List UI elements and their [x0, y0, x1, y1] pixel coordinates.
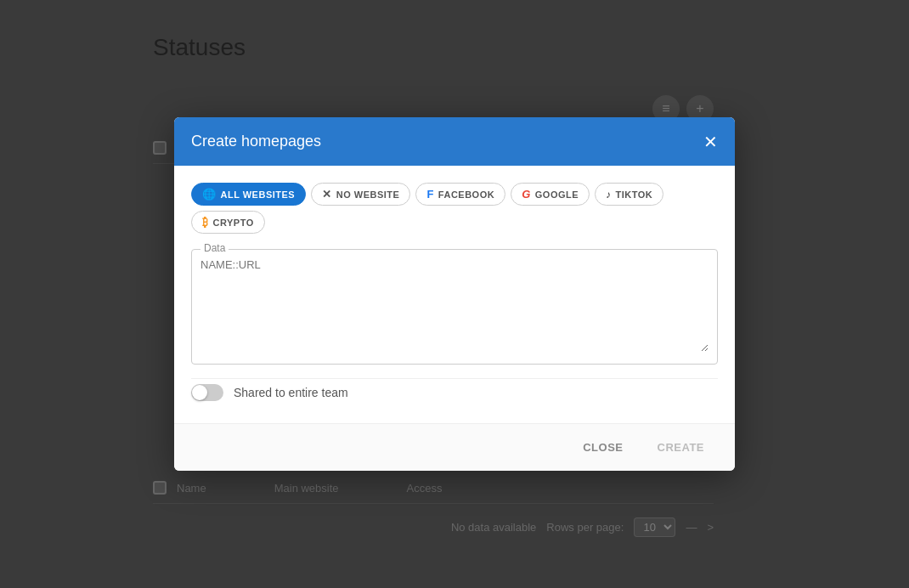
data-field-wrapper: Data — [191, 249, 718, 365]
toggle-label: Shared to entire team — [234, 386, 348, 399]
x-icon: ✕ — [322, 188, 332, 201]
tab-no-website-label: NO WEBSITE — [336, 189, 400, 200]
tab-tiktok[interactable]: ♪ TIKTOK — [595, 183, 663, 206]
tab-crypto-label: CRYPTO — [213, 218, 254, 228]
tab-all-websites-label: ALL WEBSITES — [221, 189, 296, 200]
tab-facebook-label: FACEBOOK — [438, 189, 494, 200]
modal-header: Create homepages ✕ — [174, 117, 735, 166]
data-field-label: Data — [200, 242, 229, 254]
tab-all-websites[interactable]: 🌐 ALL WEBSITES — [191, 183, 306, 206]
facebook-icon: f — [426, 188, 433, 201]
close-button[interactable]: CLOSE — [569, 434, 636, 461]
website-tabs: 🌐 ALL WEBSITES ✕ NO WEBSITE f FACEBOOK G… — [191, 183, 718, 234]
modal-overlay: Create homepages ✕ 🌐 ALL WEBSITES ✕ NO W… — [0, 0, 909, 588]
data-textarea[interactable] — [200, 258, 709, 352]
shared-toggle[interactable] — [191, 384, 223, 401]
modal-title: Create homepages — [191, 133, 321, 150]
bitcoin-icon: ₿ — [202, 216, 209, 229]
modal-footer: CLOSE CREATE — [174, 423, 735, 471]
globe-icon: 🌐 — [202, 188, 217, 201]
tab-tiktok-label: TIKTOK — [616, 189, 653, 200]
create-button[interactable]: CREATE — [644, 434, 718, 461]
tiktok-icon: ♪ — [606, 189, 612, 201]
modal-body: 🌐 ALL WEBSITES ✕ NO WEBSITE f FACEBOOK G… — [174, 166, 735, 423]
google-icon: G — [522, 188, 531, 201]
modal-close-x-button[interactable]: ✕ — [703, 133, 718, 150]
tab-google[interactable]: G GOOGLE — [511, 183, 590, 206]
toggle-row: Shared to entire team — [191, 378, 718, 410]
tab-facebook[interactable]: f FACEBOOK — [415, 183, 505, 206]
tab-no-website[interactable]: ✕ NO WEBSITE — [311, 183, 410, 206]
create-homepages-modal: Create homepages ✕ 🌐 ALL WEBSITES ✕ NO W… — [174, 117, 735, 471]
tab-crypto[interactable]: ₿ CRYPTO — [191, 211, 265, 234]
toggle-knob — [192, 385, 207, 400]
tab-google-label: GOOGLE — [535, 189, 579, 200]
